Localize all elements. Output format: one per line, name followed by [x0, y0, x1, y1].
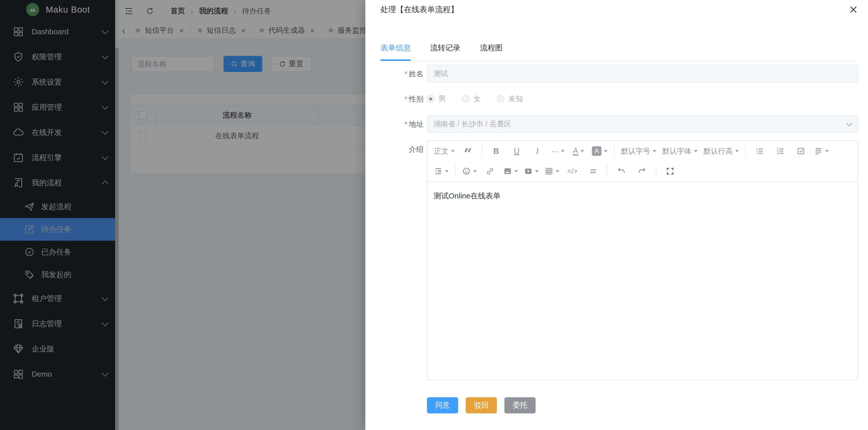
video-dropdown[interactable] [521, 164, 541, 179]
caret-down-icon [515, 170, 518, 172]
caret-down-icon [561, 150, 564, 152]
bg-color-dropdown[interactable]: A [589, 143, 611, 159]
approve-button[interactable]: 同意 [427, 397, 458, 413]
table-dropdown[interactable] [541, 164, 562, 179]
radio-label: 女 [473, 94, 481, 104]
font-size-dropdown[interactable]: 默认字号 [618, 143, 659, 159]
modal-overlay[interactable] [0, 0, 365, 430]
caret-down-icon [735, 150, 739, 152]
drawer-title: 处理【在线表单流程】 [380, 4, 458, 15]
numbered-list-button[interactable]: 1 2 3 [770, 143, 790, 159]
required-asterisk: * [405, 120, 407, 128]
caret-down-icon [451, 150, 455, 152]
tab-flow-diagram[interactable]: 流程图 [480, 43, 503, 61]
fullscreen-button[interactable] [660, 164, 680, 179]
emoji-dropdown[interactable] [459, 164, 480, 179]
form-row-address: *地址 湖南省 / 长沙市 / 岳麓区 [365, 115, 858, 133]
address-cascader-value: 湖南省 / 长沙市 / 岳麓区 [434, 119, 511, 129]
bulleted-list-icon [755, 147, 764, 155]
editor-toolbar-row2: </> [428, 161, 858, 181]
bold-button[interactable]: B [486, 143, 506, 159]
drawer-header: 处理【在线表单流程】 [365, 0, 868, 15]
radio-checked-icon [427, 95, 434, 103]
caret-down-icon [604, 150, 608, 152]
svg-text:3: 3 [777, 152, 778, 155]
fullscreen-icon [666, 167, 674, 175]
gender-radio-male[interactable]: 男 [427, 94, 446, 104]
paragraph-style-dropdown[interactable]: 正文 [431, 143, 458, 159]
italic-button[interactable]: I [527, 143, 548, 159]
link-icon [486, 167, 494, 175]
line-height-dropdown[interactable]: 默认行高 [701, 143, 742, 159]
caret-down-icon [825, 150, 829, 152]
form-row-gender: *性别 男 女 未知 [365, 90, 858, 108]
gender-radio-group: 男 女 未知 [427, 90, 539, 108]
name-field-value: 测试 [434, 69, 448, 79]
radio-label: 男 [438, 94, 446, 104]
table-icon [545, 167, 553, 175]
required-asterisk: * [405, 95, 407, 103]
link-button[interactable] [480, 164, 500, 179]
todo-list-button[interactable] [790, 143, 811, 159]
align-icon [814, 147, 823, 155]
toolbar-divider [614, 145, 615, 157]
more-style-dropdown[interactable]: ··· [548, 143, 568, 159]
radio-unchecked-icon [497, 95, 504, 103]
blockquote-button[interactable]: “ [458, 143, 478, 159]
tab-form-info[interactable]: 表单信息 [380, 43, 411, 61]
process-drawer: 处理【在线表单流程】 表单信息 流转记录 流程图 *姓名 测试 *性别 [365, 0, 868, 430]
toolbar-divider [607, 165, 608, 177]
editor-content[interactable]: 测试Online在线表单 [428, 182, 858, 380]
intro-field-label: 介绍 [365, 141, 427, 158]
font-family-dropdown[interactable]: 默认字体 [659, 143, 701, 159]
drawer-tabs: 表单信息 流转记录 流程图 [380, 43, 858, 61]
justify-dropdown[interactable] [811, 143, 832, 159]
bulleted-list-button[interactable] [749, 143, 770, 159]
address-cascader[interactable]: 湖南省 / 长沙市 / 岳麓区 [427, 115, 858, 133]
tab-flow-records[interactable]: 流转记录 [430, 43, 460, 61]
image-dropdown[interactable] [500, 164, 521, 179]
redo-icon [638, 167, 646, 175]
gender-radio-female[interactable]: 女 [462, 94, 481, 104]
underline-button[interactable]: U [506, 143, 527, 159]
font-color-dropdown[interactable]: A [568, 143, 589, 159]
emoji-icon [462, 167, 471, 175]
code-block-button[interactable]: </> [562, 164, 583, 179]
undo-button[interactable] [611, 164, 632, 179]
indent-icon [434, 167, 442, 175]
close-icon [849, 5, 858, 14]
form-row-name: *姓名 测试 [365, 65, 858, 83]
name-field-label: *姓名 [365, 65, 427, 83]
numbered-list-icon: 1 2 3 [776, 147, 784, 155]
editor-toolbar-row1: 正文 “ B U I ··· A A [428, 141, 858, 161]
toolbar-divider [656, 165, 656, 177]
radio-label: 未知 [508, 94, 523, 104]
delegate-button[interactable]: 委托 [504, 397, 535, 413]
redo-button[interactable] [632, 164, 652, 179]
caret-down-icon [653, 150, 656, 152]
gender-radio-unknown[interactable]: 未知 [497, 94, 523, 104]
toolbar-divider [745, 145, 746, 157]
todo-checkbox-icon [797, 147, 805, 155]
caret-down-icon [473, 170, 477, 172]
undo-icon [617, 167, 626, 175]
caret-down-icon [535, 170, 538, 172]
caret-down-icon [694, 150, 698, 152]
caret-down-icon [445, 170, 448, 172]
drawer-actions: 同意 驳回 委托 [427, 397, 868, 413]
toolbar-divider [455, 165, 456, 177]
app-root: Maku Boot Dashboard 权限管理 [0, 0, 868, 430]
radio-unchecked-icon [462, 95, 469, 103]
caret-down-icon [556, 170, 559, 172]
indent-dropdown[interactable] [431, 164, 452, 179]
divider-button[interactable] [583, 164, 603, 179]
reject-button[interactable]: 驳回 [466, 397, 497, 413]
horizontal-rule-icon [589, 167, 597, 175]
toolbar-divider [482, 145, 482, 157]
caret-down-icon [581, 150, 584, 152]
rich-text-editor: 正文 “ B U I ··· A A [427, 141, 858, 380]
name-field[interactable]: 测试 [427, 65, 858, 83]
form-row-intro: 介绍 正文 “ B U I ··· A [365, 141, 858, 380]
required-asterisk: * [405, 70, 407, 78]
drawer-close-button[interactable] [848, 4, 859, 15]
